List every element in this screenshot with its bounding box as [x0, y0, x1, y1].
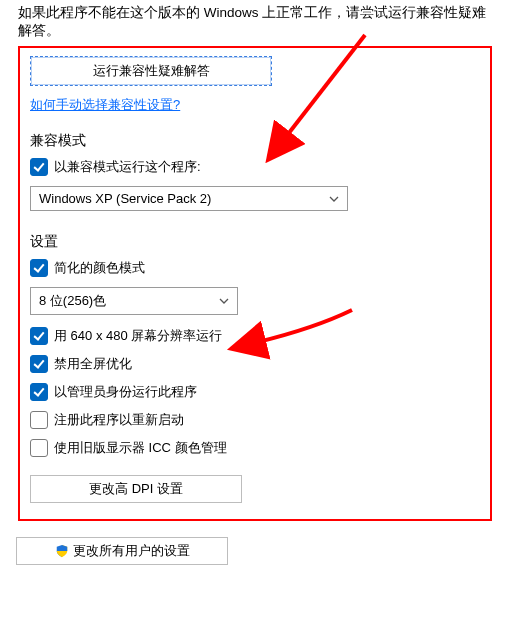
- chevron-down-icon: [219, 296, 229, 306]
- change-high-dpi-button[interactable]: 更改高 DPI 设置: [30, 475, 242, 503]
- register-restart-label: 注册此程序以重新启动: [54, 411, 184, 429]
- disable-fullscreen-label: 禁用全屏优化: [54, 355, 132, 373]
- reduced-color-checkbox[interactable]: [30, 259, 48, 277]
- color-mode-select[interactable]: 8 位(256)色: [30, 287, 238, 315]
- compat-mode-group: 兼容模式 以兼容模式运行这个程序: Windows XP (Service Pa…: [30, 132, 480, 211]
- shield-icon: [55, 544, 69, 558]
- color-mode-select-value: 8 位(256)色: [39, 292, 106, 310]
- settings-title: 设置: [30, 233, 480, 251]
- change-all-users-button[interactable]: 更改所有用户的设置: [16, 537, 228, 565]
- legacy-icc-label: 使用旧版显示器 ICC 颜色管理: [54, 439, 227, 457]
- compat-mode-checkbox[interactable]: [30, 158, 48, 176]
- compat-mode-select-value: Windows XP (Service Pack 2): [39, 191, 211, 206]
- run-as-admin-label: 以管理员身份运行此程序: [54, 383, 197, 401]
- settings-group: 设置 简化的颜色模式 8 位(256)色 用 640 x 480 屏幕分辨率运行…: [30, 233, 480, 503]
- highlighted-panel: 运行兼容性疑难解答 如何手动选择兼容性设置? 兼容模式 以兼容模式运行这个程序:…: [18, 46, 492, 521]
- resolution-640-label: 用 640 x 480 屏幕分辨率运行: [54, 327, 222, 345]
- chevron-down-icon: [329, 194, 339, 204]
- compat-mode-label: 以兼容模式运行这个程序:: [54, 158, 201, 176]
- change-all-users-label: 更改所有用户的设置: [73, 542, 190, 560]
- disable-fullscreen-checkbox[interactable]: [30, 355, 48, 373]
- resolution-640-checkbox[interactable]: [30, 327, 48, 345]
- register-restart-checkbox[interactable]: [30, 411, 48, 429]
- manual-select-link[interactable]: 如何手动选择兼容性设置?: [30, 97, 180, 112]
- legacy-icc-checkbox[interactable]: [30, 439, 48, 457]
- compat-mode-select[interactable]: Windows XP (Service Pack 2): [30, 186, 348, 211]
- run-as-admin-checkbox[interactable]: [30, 383, 48, 401]
- compat-mode-title: 兼容模式: [30, 132, 480, 150]
- reduced-color-label: 简化的颜色模式: [54, 259, 145, 277]
- intro-text: 如果此程序不能在这个版本的 Windows 上正常工作，请尝试运行兼容性疑难解答…: [18, 4, 492, 40]
- run-troubleshooter-button[interactable]: 运行兼容性疑难解答: [30, 56, 272, 86]
